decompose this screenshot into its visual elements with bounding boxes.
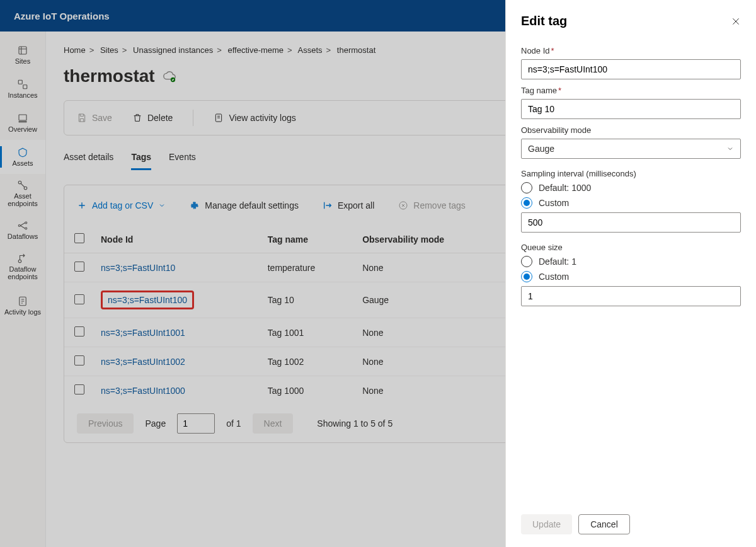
close-icon[interactable] bbox=[731, 16, 741, 26]
obs-mode-select[interactable]: Gauge bbox=[521, 139, 741, 159]
queue-input[interactable] bbox=[521, 286, 741, 306]
sampling-default-radio[interactable]: Default: 1000 bbox=[521, 182, 741, 193]
node-id-label: Node Id* bbox=[521, 46, 741, 55]
radio-icon bbox=[521, 271, 532, 282]
node-id-input[interactable] bbox=[521, 59, 741, 79]
obs-mode-label: Observability mode bbox=[521, 125, 741, 135]
panel-title: Edit tag bbox=[521, 14, 567, 28]
chevron-down-icon bbox=[726, 145, 734, 153]
queue-default-radio[interactable]: Default: 1 bbox=[521, 256, 741, 267]
tag-name-label: Tag name* bbox=[521, 86, 741, 95]
modal-scrim[interactable] bbox=[0, 0, 505, 547]
radio-icon bbox=[521, 182, 532, 193]
radio-icon bbox=[521, 197, 532, 209]
sampling-input[interactable] bbox=[521, 212, 741, 233]
radio-icon bbox=[521, 256, 532, 267]
queue-label: Queue size bbox=[521, 243, 741, 252]
sampling-label: Sampling interval (milliseconds) bbox=[521, 169, 741, 178]
tag-name-input[interactable] bbox=[521, 99, 741, 119]
queue-custom-radio[interactable]: Custom bbox=[521, 271, 741, 282]
sampling-custom-radio[interactable]: Custom bbox=[521, 197, 741, 209]
edit-tag-panel: Edit tag Node Id* Tag name* Observabilit… bbox=[505, 0, 756, 547]
update-button: Update bbox=[521, 514, 572, 534]
cancel-button[interactable]: Cancel bbox=[578, 514, 630, 534]
